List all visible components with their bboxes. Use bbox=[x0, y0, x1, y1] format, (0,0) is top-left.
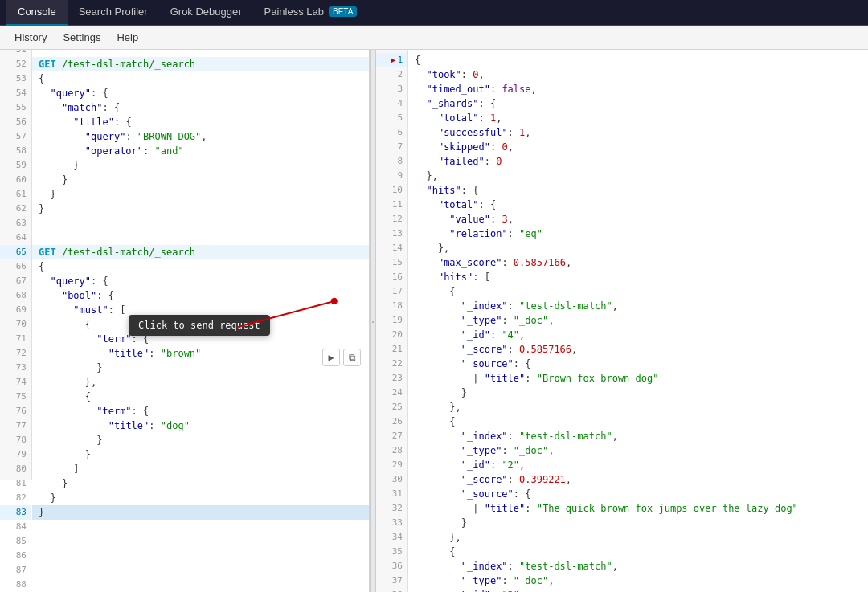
result-panel: ▶123456789101112131415161718192021222324… bbox=[376, 50, 868, 592]
result-line-number: 37 bbox=[376, 574, 407, 588]
result-line-number: 23 bbox=[376, 371, 407, 386]
result-line: "_shards": { bbox=[408, 96, 868, 111]
editor-line: "match": { bbox=[32, 100, 369, 115]
result-line: "_score": 0.5857166, bbox=[408, 342, 868, 357]
result-line: "timed_out": false, bbox=[408, 82, 868, 96]
copy-button[interactable]: ⧉ bbox=[343, 349, 361, 366]
result-line-number: 15 bbox=[376, 255, 407, 270]
editor-line: ] bbox=[32, 462, 369, 476]
line-number: 63 bbox=[0, 216, 31, 231]
editor-line: }, bbox=[32, 375, 369, 390]
editor-line bbox=[32, 549, 369, 563]
result-line: "total": 1, bbox=[408, 111, 868, 125]
result-line: "_source": { bbox=[408, 357, 868, 371]
result-line: "_type": "_doc", bbox=[408, 574, 868, 588]
editor-line: } bbox=[32, 187, 369, 202]
result-line: }, bbox=[408, 530, 868, 545]
tab-console[interactable]: Console bbox=[6, 0, 68, 26]
result-line: { bbox=[408, 284, 868, 299]
line-number: 60 bbox=[0, 173, 31, 187]
result-line-number: ▶1 bbox=[376, 53, 407, 67]
result-line-numbers: ▶123456789101112131415161718192021222324… bbox=[376, 50, 408, 592]
result-line: { bbox=[408, 414, 868, 429]
tab-painless-lab[interactable]: Painless Lab BETA bbox=[253, 0, 369, 26]
result-line-number: 32 bbox=[376, 501, 407, 516]
line-number: 77 bbox=[0, 418, 31, 433]
editor-line: "title": "brown" bbox=[32, 346, 369, 361]
editor-line: "bool": { bbox=[32, 288, 369, 303]
result-line-number: 13 bbox=[376, 227, 407, 241]
editor-line bbox=[32, 231, 369, 245]
result-line: }, bbox=[408, 400, 868, 414]
line-number: 52 bbox=[0, 57, 31, 71]
result-line-number: 7 bbox=[376, 140, 407, 154]
editor-line: "query": { bbox=[32, 86, 369, 100]
line-number: 85 bbox=[0, 534, 31, 549]
editor-line bbox=[32, 50, 369, 57]
editor-line: } bbox=[32, 361, 369, 375]
result-line-number: 36 bbox=[376, 559, 407, 574]
result-line: "_score": 0.399221, bbox=[408, 472, 868, 487]
result-line-number: 11 bbox=[376, 198, 407, 212]
line-number: 62 bbox=[0, 202, 31, 216]
result-line: | "title": "Brown fox brown dog" bbox=[408, 371, 868, 386]
line-number: 79 bbox=[0, 447, 31, 462]
result-line-number: 12 bbox=[376, 212, 407, 227]
line-number: 81 bbox=[0, 476, 31, 491]
line-number: 57 bbox=[0, 129, 31, 144]
result-line-number: 5 bbox=[376, 111, 407, 125]
result-line: "total": { bbox=[408, 198, 868, 212]
run-button[interactable]: ▶ bbox=[322, 349, 340, 366]
editor-line: } bbox=[32, 433, 369, 447]
editor-line: "operator": "and" bbox=[32, 144, 369, 158]
result-line: "hits": { bbox=[408, 183, 868, 198]
line-number: 55 bbox=[0, 100, 31, 115]
result-line: "successful": 1, bbox=[408, 125, 868, 140]
editor-line: "query": { bbox=[32, 274, 369, 288]
result-code-area[interactable]: ▶123456789101112131415161718192021222324… bbox=[376, 50, 868, 592]
result-line: "_id": "2", bbox=[408, 458, 868, 472]
line-number: 70 bbox=[0, 317, 31, 332]
top-tab-bar: Console Search Profiler Grok Debugger Pa… bbox=[0, 0, 868, 26]
line-number: 56 bbox=[0, 115, 31, 129]
result-line-number: 30 bbox=[376, 472, 407, 487]
nav-history[interactable]: History bbox=[6, 26, 55, 50]
editor-line: { bbox=[32, 71, 369, 86]
result-line: }, bbox=[408, 241, 868, 255]
line-number: 58 bbox=[0, 144, 31, 158]
result-line-number: 28 bbox=[376, 443, 407, 458]
line-number: 87 bbox=[0, 563, 31, 578]
result-line-number: 6 bbox=[376, 125, 407, 140]
panel-divider[interactable]: ⋮ bbox=[370, 50, 376, 592]
result-line-number: 35 bbox=[376, 545, 407, 559]
editor-line: } bbox=[32, 447, 369, 462]
line-number: 67 bbox=[0, 274, 31, 288]
editor-line bbox=[32, 520, 369, 534]
line-number: 75 bbox=[0, 390, 31, 404]
nav-help[interactable]: Help bbox=[108, 26, 146, 50]
line-number: 68 bbox=[0, 288, 31, 303]
result-line: } bbox=[408, 386, 868, 400]
tab-search-profiler[interactable]: Search Profiler bbox=[68, 0, 159, 26]
line-number: 51 bbox=[0, 50, 31, 57]
line-number: 54 bbox=[0, 86, 31, 100]
editor-line: } bbox=[32, 491, 369, 505]
result-line: "_id": "4", bbox=[408, 328, 868, 342]
editor-line: } bbox=[32, 476, 369, 491]
result-line-number: 21 bbox=[376, 342, 407, 357]
tooltip-box: Click to send request bbox=[129, 315, 270, 336]
line-number: 53 bbox=[0, 71, 31, 86]
line-number: 71 bbox=[0, 332, 31, 346]
editor-code-lines[interactable]: "title": "dog" } }]} } GET /test-dsl-mat… bbox=[32, 50, 369, 480]
result-line: "skipped": 0, bbox=[408, 140, 868, 154]
tab-grok-debugger[interactable]: Grok Debugger bbox=[159, 0, 253, 26]
nav-settings[interactable]: Settings bbox=[55, 26, 108, 50]
result-line: "failed": 0 bbox=[408, 154, 868, 169]
line-number: 82 bbox=[0, 491, 31, 505]
editor-line bbox=[32, 216, 369, 231]
secondary-nav: History Settings Help bbox=[0, 26, 868, 50]
line-number: 83 bbox=[0, 505, 31, 520]
result-line: "_index": "test-dsl-match", bbox=[408, 559, 868, 574]
editor-line bbox=[32, 578, 369, 592]
line-number: 59 bbox=[0, 158, 31, 173]
